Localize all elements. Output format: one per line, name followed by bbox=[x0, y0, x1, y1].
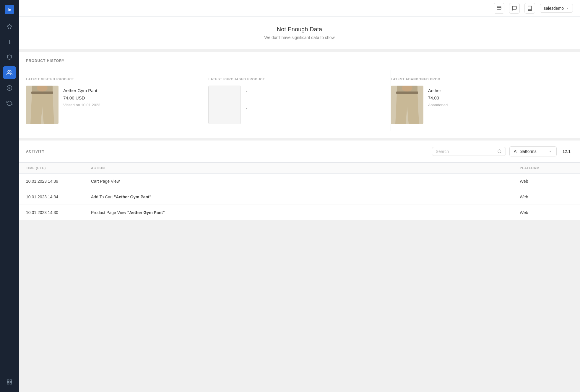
activity-section: ACTIVITY All platforms 12.1 TIME ( bbox=[19, 141, 580, 220]
sidebar-item-location[interactable] bbox=[3, 81, 16, 94]
latest-purchased-image bbox=[208, 86, 241, 124]
latest-visited-price: 74.00 USD bbox=[63, 95, 100, 100]
row-1-action-prefix: Cart Page View bbox=[91, 179, 120, 184]
row-3-platform: Web bbox=[520, 210, 573, 215]
platform-dropdown[interactable]: All platforms bbox=[509, 146, 557, 156]
row-3-action-prefix: Product Page View bbox=[91, 210, 127, 215]
latest-visited-date: Visited on 10.01.2023 bbox=[63, 103, 100, 107]
latest-visited-info: Aether Gym Pant 74.00 USD Visited on 10.… bbox=[63, 86, 100, 107]
not-enough-data-title: Not Enough Data bbox=[26, 26, 573, 33]
row-1-platform: Web bbox=[520, 179, 573, 184]
latest-visited-product-name: Aether Gym Pant bbox=[63, 88, 100, 93]
svg-point-23 bbox=[498, 150, 501, 153]
latest-purchased-name: - bbox=[246, 88, 248, 95]
latest-visited-content: Aether Gym Pant 74.00 USD Visited on 10.… bbox=[26, 86, 201, 124]
row-2-action: Add To Cart "Aether Gym Pant" bbox=[91, 195, 520, 199]
row-2-action-bold: "Aether Gym Pant" bbox=[114, 195, 152, 199]
svg-point-6 bbox=[8, 71, 10, 73]
sidebar: In bbox=[0, 0, 19, 392]
sidebar-item-grid[interactable] bbox=[3, 375, 16, 388]
sidebar-item-star[interactable] bbox=[3, 20, 16, 33]
svg-rect-17 bbox=[31, 92, 53, 94]
table-row: 10.01.2023 14:39 Cart Page View Web bbox=[19, 174, 580, 189]
latest-abandoned-label: LATEST ABANDONED PROD bbox=[391, 77, 566, 81]
chat-icon-button[interactable] bbox=[494, 3, 504, 14]
not-enough-data-section: Not Enough Data We don't have significan… bbox=[19, 17, 580, 52]
table-row: 10.01.2023 14:34 Add To Cart "Aether Gym… bbox=[19, 189, 580, 205]
product-history-section: PRODUCT HISTORY LATEST VISITED PRODUCT bbox=[19, 52, 580, 141]
activity-title: ACTIVITY bbox=[26, 149, 45, 153]
activity-table: TIME (UTC) ACTION PLATFORM 10.01.2023 14… bbox=[19, 163, 580, 220]
latest-abandoned-content: Aether 74.00 Abandoned bbox=[391, 86, 566, 124]
product-history-title: PRODUCT HISTORY bbox=[26, 59, 573, 63]
sidebar-item-shield[interactable] bbox=[3, 51, 16, 64]
time-column-header: TIME (UTC) bbox=[26, 166, 91, 170]
search-box[interactable] bbox=[432, 147, 506, 156]
table-header: TIME (UTC) ACTION PLATFORM bbox=[19, 163, 580, 174]
book-icon-button[interactable] bbox=[524, 3, 535, 14]
row-3-action: Product Page View "Aether Gym Pant" bbox=[91, 210, 520, 215]
chevron-down-icon bbox=[549, 150, 552, 153]
table-row: 10.01.2023 14:30 Product Page View "Aeth… bbox=[19, 205, 580, 220]
topbar: salesdemo bbox=[19, 0, 580, 17]
sidebar-item-analytics[interactable] bbox=[3, 35, 16, 48]
latest-visited-card: LATEST VISITED PRODUCT bbox=[26, 70, 208, 131]
latest-purchased-price: - bbox=[246, 105, 248, 112]
latest-abandoned-date: Abandoned bbox=[428, 103, 448, 107]
latest-visited-label: LATEST VISITED PRODUCT bbox=[26, 77, 201, 81]
platform-dropdown-label: All platforms bbox=[514, 149, 537, 154]
not-enough-data-subtitle: We don't have significant data to show bbox=[26, 35, 573, 40]
message-icon-button[interactable] bbox=[509, 3, 520, 14]
svg-rect-12 bbox=[7, 383, 9, 384]
latest-abandoned-info: Aether 74.00 Abandoned bbox=[428, 86, 448, 107]
account-label: salesdemo bbox=[544, 6, 564, 11]
latest-abandoned-product-name: Aether bbox=[428, 88, 448, 93]
latest-abandoned-price: 74.00 bbox=[428, 95, 448, 100]
product-cards: LATEST VISITED PRODUCT bbox=[26, 70, 573, 131]
search-input[interactable] bbox=[436, 149, 495, 154]
svg-rect-9 bbox=[7, 380, 9, 382]
platform-column-header: PLATFORM bbox=[520, 166, 573, 170]
sidebar-item-people[interactable] bbox=[3, 66, 16, 79]
row-2-platform: Web bbox=[520, 195, 573, 199]
activity-header: ACTIVITY All platforms 12.1 bbox=[19, 141, 580, 163]
row-3-action-bold: "Aether Gym Pant" bbox=[127, 210, 165, 215]
account-dropdown[interactable]: salesdemo bbox=[540, 4, 573, 13]
action-column-header: ACTION bbox=[91, 166, 520, 170]
row-1-action: Cart Page View bbox=[91, 179, 520, 184]
latest-visited-image bbox=[26, 86, 59, 124]
row-2-time: 10.01.2023 14:34 bbox=[26, 195, 91, 199]
page-number: 12.1 bbox=[560, 147, 573, 156]
latest-purchased-card: LATEST PURCHASED PRODUCT - - bbox=[208, 70, 391, 131]
svg-line-24 bbox=[501, 152, 501, 153]
svg-rect-10 bbox=[10, 380, 12, 382]
latest-abandoned-card: LATEST ABANDONED PROD bbox=[391, 70, 573, 131]
svg-point-7 bbox=[7, 86, 12, 91]
sidebar-logo: In bbox=[4, 4, 15, 15]
latest-purchased-info: - - bbox=[246, 86, 248, 112]
row-3-time: 10.01.2023 14:30 bbox=[26, 210, 91, 215]
svg-text:In: In bbox=[8, 7, 11, 12]
search-icon bbox=[497, 149, 502, 154]
row-1-time: 10.01.2023 14:39 bbox=[26, 179, 91, 184]
sidebar-item-sync[interactable] bbox=[3, 97, 16, 110]
content-area: Not Enough Data We don't have significan… bbox=[19, 17, 580, 392]
svg-point-8 bbox=[9, 87, 10, 89]
latest-purchased-label: LATEST PURCHASED PRODUCT bbox=[208, 77, 383, 81]
main-content: salesdemo Not Enough Data We don't have … bbox=[19, 0, 580, 392]
latest-abandoned-image bbox=[391, 86, 423, 124]
svg-marker-2 bbox=[7, 24, 12, 29]
svg-rect-11 bbox=[10, 383, 12, 384]
activity-controls: All platforms 12.1 bbox=[432, 146, 573, 156]
latest-purchased-content: - - bbox=[208, 86, 383, 124]
topbar-icon-group: salesdemo bbox=[494, 3, 573, 14]
svg-rect-21 bbox=[396, 92, 418, 94]
row-2-action-prefix: Add To Cart bbox=[91, 195, 114, 199]
